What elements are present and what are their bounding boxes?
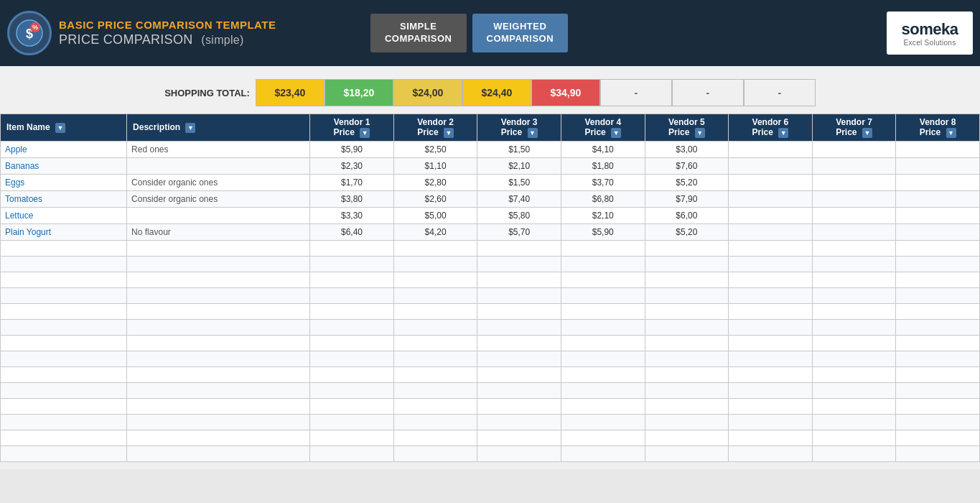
cell-v7-16	[812, 399, 896, 415]
cell-item-7	[1, 257, 127, 272]
cell-v6-9	[729, 288, 813, 304]
svg-text:%: %	[32, 24, 38, 31]
cell-v4-10	[561, 304, 645, 320]
cell-item-5: Plain Yogurt	[1, 224, 127, 241]
cell-v2-11	[393, 320, 477, 336]
cell-desc-1	[127, 158, 310, 175]
cell-v5-8	[645, 272, 729, 288]
cell-v3-18	[477, 430, 561, 446]
cell-desc-7	[127, 257, 310, 272]
cell-v6-15	[729, 383, 813, 399]
cell-v8-18	[896, 430, 980, 446]
total-vendor5: $34,90	[531, 79, 600, 106]
cell-v3-19	[477, 446, 561, 462]
shopping-total-row: SHOPPING TOTAL: $23,40 $18,20 $24,00 $24…	[0, 73, 980, 114]
total-vendor7: -	[672, 79, 744, 106]
cell-v2-10	[393, 304, 477, 320]
cell-v5-11	[645, 320, 729, 336]
cell-desc-3: Consider organic ones	[127, 191, 310, 208]
filter-icon-v7[interactable]: ▼	[862, 128, 872, 138]
cell-v5-5: $5,20	[645, 224, 729, 241]
table-row	[1, 415, 980, 430]
cell-v6-7	[729, 257, 813, 272]
cell-v4-16	[561, 399, 645, 415]
cell-v7-7	[812, 257, 896, 272]
cell-v4-9	[561, 288, 645, 304]
cell-v8-12	[896, 336, 980, 351]
cell-v6-4	[729, 208, 813, 224]
cell-item-6	[1, 241, 127, 257]
col-header-v6: Vendor 6Price ▼	[729, 114, 813, 142]
simple-comparison-button[interactable]: SIMPLECOMPARISON	[370, 14, 467, 52]
cell-v2-9	[393, 288, 477, 304]
filter-icon-v4[interactable]: ▼	[611, 128, 621, 138]
cell-v2-17	[393, 415, 477, 430]
cell-v2-12	[393, 336, 477, 351]
cell-v6-18	[729, 430, 813, 446]
cell-item-10	[1, 304, 127, 320]
cell-v3-8	[477, 272, 561, 288]
filter-icon-v3[interactable]: ▼	[528, 128, 538, 138]
filter-icon-v5[interactable]: ▼	[695, 128, 705, 138]
cell-v8-11	[896, 320, 980, 336]
cell-item-16	[1, 399, 127, 415]
cell-v7-14	[812, 367, 896, 383]
filter-icon-item[interactable]: ▼	[55, 123, 65, 133]
cell-v8-13	[896, 351, 980, 367]
cell-v2-19	[393, 446, 477, 462]
cell-v5-14	[645, 367, 729, 383]
cell-desc-12	[127, 336, 310, 351]
table-row	[1, 351, 980, 367]
cell-v8-5	[896, 224, 980, 241]
cell-v1-16	[310, 399, 394, 415]
cell-v3-10	[477, 304, 561, 320]
cell-desc-18	[127, 430, 310, 446]
cell-item-12	[1, 336, 127, 351]
cell-desc-19	[127, 446, 310, 462]
filter-icon-v2[interactable]: ▼	[444, 128, 454, 138]
cell-v5-19	[645, 446, 729, 462]
cell-v8-17	[896, 415, 980, 430]
cell-v7-2	[812, 175, 896, 191]
filter-icon-v1[interactable]: ▼	[360, 128, 370, 138]
filter-icon-v6[interactable]: ▼	[778, 128, 788, 138]
table-row	[1, 272, 980, 288]
cell-v2-14	[393, 367, 477, 383]
cell-desc-8	[127, 272, 310, 288]
cell-v2-0: $2,50	[393, 142, 477, 158]
total-vendor2: $18,20	[325, 79, 393, 106]
cell-v8-14	[896, 367, 980, 383]
cell-v7-10	[812, 304, 896, 320]
cell-item-2: Eggs	[1, 175, 127, 191]
cell-v1-10	[310, 304, 394, 320]
cell-v4-8	[561, 272, 645, 288]
cell-desc-6	[127, 241, 310, 257]
filter-icon-v8[interactable]: ▼	[946, 128, 956, 138]
cell-desc-16	[127, 399, 310, 415]
cell-item-0: Apple	[1, 142, 127, 158]
cell-v6-1	[729, 158, 813, 175]
cell-v6-11	[729, 320, 813, 336]
cell-v7-6	[812, 241, 896, 257]
table-row	[1, 430, 980, 446]
app-logo-icon: $ %	[7, 11, 52, 55]
weighted-comparison-button[interactable]: WEIGHTEDCOMPARISON	[472, 14, 569, 52]
cell-item-1: Bananas	[1, 158, 127, 175]
main-content: SHOPPING TOTAL: $23,40 $18,20 $24,00 $24…	[0, 66, 980, 469]
cell-v3-3: $7,40	[477, 191, 561, 208]
cell-v6-14	[729, 367, 813, 383]
cell-v3-15	[477, 383, 561, 399]
cell-v3-11	[477, 320, 561, 336]
cell-v6-5	[729, 224, 813, 241]
cell-v2-2: $2,80	[393, 175, 477, 191]
cell-v3-5: $5,70	[477, 224, 561, 241]
cell-v5-17	[645, 415, 729, 430]
cell-v4-4: $2,10	[561, 208, 645, 224]
cell-v1-11	[310, 320, 394, 336]
col-header-v3: Vendor 3Price ▼	[477, 114, 561, 142]
filter-icon-desc[interactable]: ▼	[185, 123, 195, 133]
someka-logo-sub: Excel Solutions	[904, 39, 956, 47]
total-vendor4: $24,40	[462, 79, 531, 106]
table-row: Bananas$2,30$1,10$2,10$1,80$7,60	[1, 158, 980, 175]
cell-v8-8	[896, 272, 980, 288]
